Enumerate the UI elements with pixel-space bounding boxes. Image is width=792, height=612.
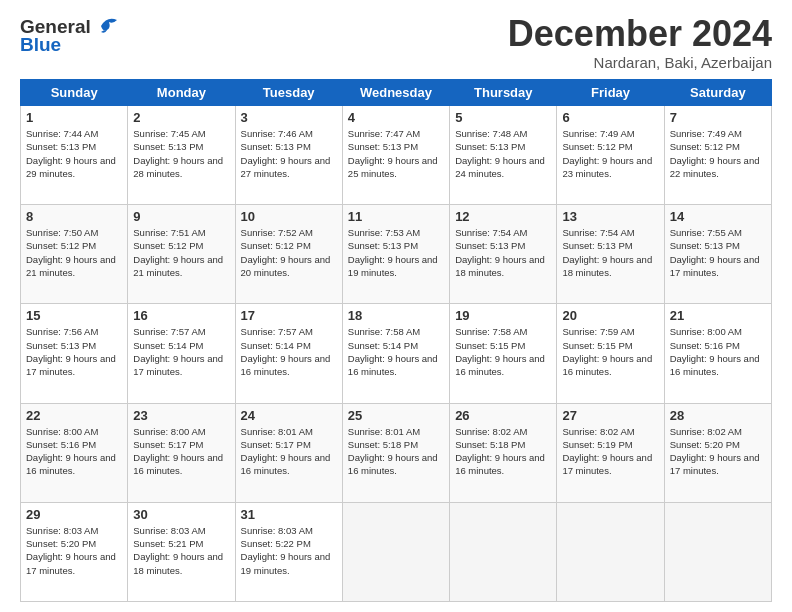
day-number: 7 xyxy=(670,110,766,125)
cell-info: Sunrise: 7:45 AM Sunset: 5:13 PM Dayligh… xyxy=(133,127,229,180)
cell-info: Sunrise: 7:57 AM Sunset: 5:14 PM Dayligh… xyxy=(133,325,229,378)
cell-info: Sunrise: 7:48 AM Sunset: 5:13 PM Dayligh… xyxy=(455,127,551,180)
day-number: 18 xyxy=(348,308,444,323)
calendar-cell: 19 Sunrise: 7:58 AM Sunset: 5:15 PM Dayl… xyxy=(450,304,557,403)
day-number: 26 xyxy=(455,408,551,423)
day-number: 11 xyxy=(348,209,444,224)
day-number: 13 xyxy=(562,209,658,224)
calendar-cell: 12 Sunrise: 7:54 AM Sunset: 5:13 PM Dayl… xyxy=(450,205,557,304)
calendar-cell xyxy=(450,502,557,601)
day-number: 3 xyxy=(241,110,337,125)
calendar-cell xyxy=(557,502,664,601)
cell-info: Sunrise: 7:49 AM Sunset: 5:12 PM Dayligh… xyxy=(562,127,658,180)
calendar-cell: 10 Sunrise: 7:52 AM Sunset: 5:12 PM Dayl… xyxy=(235,205,342,304)
day-number: 25 xyxy=(348,408,444,423)
calendar-cell: 2 Sunrise: 7:45 AM Sunset: 5:13 PM Dayli… xyxy=(128,106,235,205)
calendar-cell: 23 Sunrise: 8:00 AM Sunset: 5:17 PM Dayl… xyxy=(128,403,235,502)
day-number: 1 xyxy=(26,110,122,125)
calendar-cell: 24 Sunrise: 8:01 AM Sunset: 5:17 PM Dayl… xyxy=(235,403,342,502)
day-header-friday: Friday xyxy=(557,80,664,106)
calendar-cell: 4 Sunrise: 7:47 AM Sunset: 5:13 PM Dayli… xyxy=(342,106,449,205)
calendar-cell: 20 Sunrise: 7:59 AM Sunset: 5:15 PM Dayl… xyxy=(557,304,664,403)
calendar-cell: 28 Sunrise: 8:02 AM Sunset: 5:20 PM Dayl… xyxy=(664,403,771,502)
calendar-cell: 29 Sunrise: 8:03 AM Sunset: 5:20 PM Dayl… xyxy=(21,502,128,601)
calendar-cell: 27 Sunrise: 8:02 AM Sunset: 5:19 PM Dayl… xyxy=(557,403,664,502)
cell-info: Sunrise: 7:58 AM Sunset: 5:15 PM Dayligh… xyxy=(455,325,551,378)
cell-info: Sunrise: 7:54 AM Sunset: 5:13 PM Dayligh… xyxy=(562,226,658,279)
cell-info: Sunrise: 7:49 AM Sunset: 5:12 PM Dayligh… xyxy=(670,127,766,180)
cell-info: Sunrise: 7:54 AM Sunset: 5:13 PM Dayligh… xyxy=(455,226,551,279)
cell-info: Sunrise: 8:03 AM Sunset: 5:22 PM Dayligh… xyxy=(241,524,337,577)
cell-info: Sunrise: 8:01 AM Sunset: 5:17 PM Dayligh… xyxy=(241,425,337,478)
calendar-cell xyxy=(664,502,771,601)
logo-blue: Blue xyxy=(20,34,61,56)
day-number: 24 xyxy=(241,408,337,423)
header: General Blue December 2024 Nardaran, Bak… xyxy=(20,16,772,71)
day-number: 22 xyxy=(26,408,122,423)
cell-info: Sunrise: 7:53 AM Sunset: 5:13 PM Dayligh… xyxy=(348,226,444,279)
day-number: 29 xyxy=(26,507,122,522)
cell-info: Sunrise: 7:51 AM Sunset: 5:12 PM Dayligh… xyxy=(133,226,229,279)
day-header-thursday: Thursday xyxy=(450,80,557,106)
day-number: 2 xyxy=(133,110,229,125)
day-number: 30 xyxy=(133,507,229,522)
day-number: 20 xyxy=(562,308,658,323)
day-number: 27 xyxy=(562,408,658,423)
day-header-tuesday: Tuesday xyxy=(235,80,342,106)
calendar-cell: 6 Sunrise: 7:49 AM Sunset: 5:12 PM Dayli… xyxy=(557,106,664,205)
calendar-cell: 5 Sunrise: 7:48 AM Sunset: 5:13 PM Dayli… xyxy=(450,106,557,205)
cell-info: Sunrise: 8:00 AM Sunset: 5:17 PM Dayligh… xyxy=(133,425,229,478)
day-header-monday: Monday xyxy=(128,80,235,106)
day-number: 15 xyxy=(26,308,122,323)
calendar-cell: 1 Sunrise: 7:44 AM Sunset: 5:13 PM Dayli… xyxy=(21,106,128,205)
cell-info: Sunrise: 7:44 AM Sunset: 5:13 PM Dayligh… xyxy=(26,127,122,180)
day-header-sunday: Sunday xyxy=(21,80,128,106)
day-number: 17 xyxy=(241,308,337,323)
cell-info: Sunrise: 8:02 AM Sunset: 5:20 PM Dayligh… xyxy=(670,425,766,478)
calendar-cell: 16 Sunrise: 7:57 AM Sunset: 5:14 PM Dayl… xyxy=(128,304,235,403)
cell-info: Sunrise: 7:50 AM Sunset: 5:12 PM Dayligh… xyxy=(26,226,122,279)
day-number: 5 xyxy=(455,110,551,125)
cell-info: Sunrise: 7:47 AM Sunset: 5:13 PM Dayligh… xyxy=(348,127,444,180)
day-number: 12 xyxy=(455,209,551,224)
cell-info: Sunrise: 7:56 AM Sunset: 5:13 PM Dayligh… xyxy=(26,325,122,378)
day-number: 4 xyxy=(348,110,444,125)
calendar-cell: 30 Sunrise: 8:03 AM Sunset: 5:21 PM Dayl… xyxy=(128,502,235,601)
cell-info: Sunrise: 7:58 AM Sunset: 5:14 PM Dayligh… xyxy=(348,325,444,378)
day-number: 19 xyxy=(455,308,551,323)
calendar-cell: 8 Sunrise: 7:50 AM Sunset: 5:12 PM Dayli… xyxy=(21,205,128,304)
cell-info: Sunrise: 7:57 AM Sunset: 5:14 PM Dayligh… xyxy=(241,325,337,378)
cell-info: Sunrise: 8:01 AM Sunset: 5:18 PM Dayligh… xyxy=(348,425,444,478)
page: General Blue December 2024 Nardaran, Bak… xyxy=(0,0,792,612)
calendar-cell: 18 Sunrise: 7:58 AM Sunset: 5:14 PM Dayl… xyxy=(342,304,449,403)
cell-info: Sunrise: 8:00 AM Sunset: 5:16 PM Dayligh… xyxy=(26,425,122,478)
logo: General Blue xyxy=(20,16,121,56)
day-header-wednesday: Wednesday xyxy=(342,80,449,106)
day-number: 28 xyxy=(670,408,766,423)
calendar-cell: 26 Sunrise: 8:02 AM Sunset: 5:18 PM Dayl… xyxy=(450,403,557,502)
day-number: 23 xyxy=(133,408,229,423)
cell-info: Sunrise: 8:00 AM Sunset: 5:16 PM Dayligh… xyxy=(670,325,766,378)
cell-info: Sunrise: 8:02 AM Sunset: 5:18 PM Dayligh… xyxy=(455,425,551,478)
cell-info: Sunrise: 7:52 AM Sunset: 5:12 PM Dayligh… xyxy=(241,226,337,279)
day-number: 8 xyxy=(26,209,122,224)
cell-info: Sunrise: 8:03 AM Sunset: 5:20 PM Dayligh… xyxy=(26,524,122,577)
calendar-cell: 13 Sunrise: 7:54 AM Sunset: 5:13 PM Dayl… xyxy=(557,205,664,304)
calendar-cell: 9 Sunrise: 7:51 AM Sunset: 5:12 PM Dayli… xyxy=(128,205,235,304)
day-number: 14 xyxy=(670,209,766,224)
calendar-cell xyxy=(342,502,449,601)
day-number: 6 xyxy=(562,110,658,125)
calendar-cell: 22 Sunrise: 8:00 AM Sunset: 5:16 PM Dayl… xyxy=(21,403,128,502)
day-number: 9 xyxy=(133,209,229,224)
logo-bird-icon xyxy=(93,14,121,36)
month-title: December 2024 xyxy=(508,16,772,52)
day-number: 31 xyxy=(241,507,337,522)
calendar-cell: 3 Sunrise: 7:46 AM Sunset: 5:13 PM Dayli… xyxy=(235,106,342,205)
calendar-cell: 25 Sunrise: 8:01 AM Sunset: 5:18 PM Dayl… xyxy=(342,403,449,502)
location: Nardaran, Baki, Azerbaijan xyxy=(508,54,772,71)
calendar-cell: 15 Sunrise: 7:56 AM Sunset: 5:13 PM Dayl… xyxy=(21,304,128,403)
calendar-cell: 21 Sunrise: 8:00 AM Sunset: 5:16 PM Dayl… xyxy=(664,304,771,403)
day-number: 10 xyxy=(241,209,337,224)
calendar-table: SundayMondayTuesdayWednesdayThursdayFrid… xyxy=(20,79,772,602)
day-number: 21 xyxy=(670,308,766,323)
